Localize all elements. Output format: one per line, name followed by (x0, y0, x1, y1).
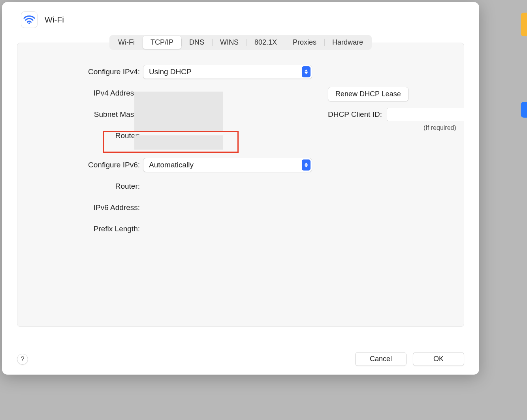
prefix-length-label: Prefix Length: (29, 225, 143, 233)
subnet-mask-label: Subnet Mask: (29, 110, 143, 119)
wifi-icon (21, 11, 38, 28)
cancel-button[interactable]: Cancel (355, 352, 407, 366)
svg-point-0 (28, 22, 30, 24)
help-button[interactable]: ? (17, 354, 28, 365)
ok-button[interactable]: OK (413, 352, 464, 366)
configure-ipv4-select[interactable]: Using DHCP (143, 65, 312, 79)
ipv6-router-label: Router: (29, 182, 143, 191)
tab-8021x[interactable]: 802.1X (247, 36, 285, 49)
chevron-updown-icon (302, 159, 311, 171)
tab-proxies[interactable]: Proxies (285, 36, 324, 49)
ipv6-address-label: IPv6 Address: (29, 203, 143, 212)
configure-ipv6-label: Configure IPv6: (29, 161, 143, 169)
dhcp-client-id-label: DHCP Client ID: (328, 110, 382, 119)
tab-bar: Wi-Fi TCP/IP DNS WINS 802.1X Proxies Har… (2, 35, 479, 50)
window-footer: ? Cancel OK (17, 352, 464, 366)
configure-ipv4-value: Using DHCP (143, 65, 312, 79)
page-title: Wi-Fi (45, 15, 64, 24)
side-accent-yellow (521, 13, 527, 36)
tab-tcpip[interactable]: TCP/IP (143, 36, 181, 49)
tab-hardware[interactable]: Hardware (324, 36, 371, 49)
tab-dns[interactable]: DNS (181, 36, 212, 49)
redacted-router-value (134, 135, 223, 150)
configure-ipv6-select[interactable]: Automatically (143, 158, 312, 172)
side-accent-blue (521, 102, 527, 118)
router-label: Router: (29, 131, 143, 140)
preferences-window: Wi-Fi Wi-Fi TCP/IP DNS WINS 802.1X Proxi… (2, 2, 479, 375)
renew-dhcp-lease-button[interactable]: Renew DHCP Lease (328, 87, 408, 101)
tab-wins[interactable]: WINS (212, 36, 247, 49)
configure-ipv4-label: Configure IPv4: (29, 68, 143, 76)
configure-ipv6-value: Automatically (143, 158, 312, 172)
redacted-values-top (134, 92, 223, 131)
content-panel: Configure IPv4: Using DHCP IPv4 Address:… (17, 43, 464, 327)
tab-wifi[interactable]: Wi-Fi (110, 36, 143, 49)
chevron-updown-icon (302, 66, 311, 77)
if-required-hint: (If required) (387, 124, 479, 131)
dhcp-client-id-input[interactable] (387, 108, 479, 121)
window-header: Wi-Fi (2, 2, 479, 33)
ipv4-address-label: IPv4 Address: (29, 89, 143, 98)
